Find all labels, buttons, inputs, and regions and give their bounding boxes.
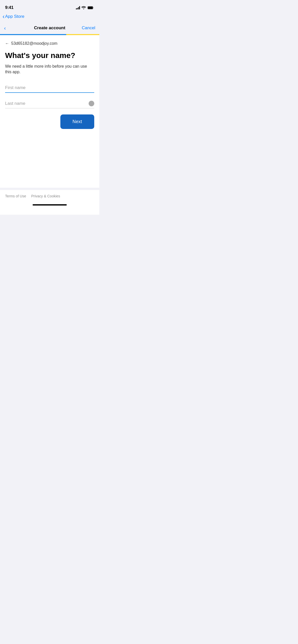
wifi-icon [82, 6, 86, 9]
nav-bar: ‹ Create account Cancel [0, 22, 99, 34]
back-chevron-icon: ‹ [4, 25, 6, 31]
nav-back-button[interactable]: ‹ [4, 25, 6, 31]
next-button[interactable]: Next [60, 114, 94, 129]
input-dot-icon [89, 101, 94, 106]
status-time: 9:41 [5, 5, 13, 10]
battery-icon [87, 6, 94, 9]
footer: Terms of Use Privacy & Cookies [0, 190, 99, 215]
progress-blue [0, 34, 66, 35]
nav-title: Create account [34, 25, 65, 31]
svg-rect-1 [88, 6, 93, 9]
button-row: Next [5, 114, 94, 129]
form-content: ← 53d65182@moodjoy.com What's your name?… [0, 35, 99, 129]
first-name-input[interactable] [5, 83, 94, 93]
last-name-group [5, 99, 94, 108]
last-name-input[interactable] [5, 99, 94, 108]
status-icons [76, 6, 94, 9]
progress-bar [0, 34, 99, 35]
status-bar: 9:41 [0, 0, 99, 13]
cancel-button[interactable]: Cancel [82, 25, 95, 31]
app-store-nav[interactable]: ‹ App Store [0, 13, 99, 22]
home-indicator [0, 202, 99, 207]
terms-link[interactable]: Terms of Use [5, 194, 26, 198]
form-subtext: We need a little more info before you ca… [5, 64, 94, 75]
signal-icon [76, 6, 80, 9]
email-back-row[interactable]: ← 53d65182@moodjoy.com [5, 41, 94, 46]
last-name-row [5, 99, 94, 108]
home-bar [33, 204, 67, 206]
email-text: 53d65182@moodjoy.com [11, 41, 57, 46]
progress-yellow [66, 34, 99, 35]
main-section: ← 53d65182@moodjoy.com What's your name?… [0, 35, 99, 188]
email-back-arrow-icon: ← [5, 41, 9, 46]
app-store-label[interactable]: App Store [5, 14, 24, 19]
footer-links: Terms of Use Privacy & Cookies [0, 190, 99, 202]
app-store-back-chevron: ‹ [3, 13, 5, 20]
first-name-group [5, 83, 94, 93]
form-heading: What's your name? [5, 51, 94, 60]
privacy-link[interactable]: Privacy & Cookies [31, 194, 60, 198]
